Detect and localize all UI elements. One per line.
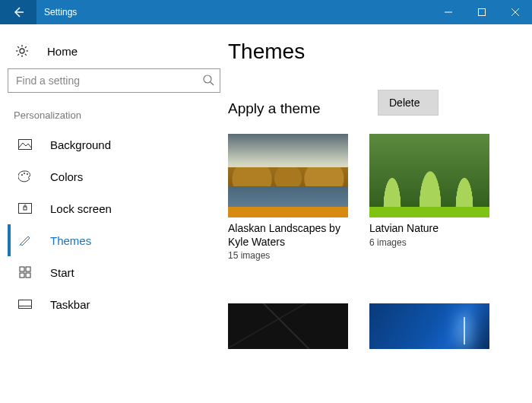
svg-rect-14 xyxy=(19,306,32,309)
svg-rect-8 xyxy=(24,207,27,210)
search-input[interactable] xyxy=(8,68,220,93)
gear-icon xyxy=(14,44,30,58)
sidebar-item-taskbar[interactable]: Taskbar xyxy=(8,288,220,320)
lock-screen-icon xyxy=(17,203,33,214)
sidebar-item-colors[interactable]: Colors xyxy=(8,160,220,192)
accent-strip xyxy=(228,207,348,217)
theme-card[interactable]: Alaskan Landscapes by Kyle Waters 15 ima… xyxy=(228,134,348,261)
home-label: Home xyxy=(47,45,78,58)
svg-point-5 xyxy=(24,173,25,174)
theme-card[interactable]: Latvian Nature 6 images xyxy=(369,134,489,261)
theme-card[interactable] xyxy=(228,303,348,349)
theme-count: 15 images xyxy=(228,250,348,261)
svg-rect-12 xyxy=(26,273,30,278)
theme-thumbnail xyxy=(369,134,489,217)
theme-card[interactable] xyxy=(369,303,489,349)
minimize-button[interactable] xyxy=(432,0,465,24)
titlebar: Settings xyxy=(0,0,532,24)
back-button[interactable] xyxy=(0,0,36,24)
sidebar-item-start[interactable]: Start xyxy=(8,256,220,288)
svg-point-6 xyxy=(27,173,28,175)
maximize-button[interactable] xyxy=(465,0,499,24)
maximize-icon xyxy=(478,8,486,16)
main-panel: Themes Apply a theme Delete Alaskan Land… xyxy=(228,24,532,403)
sidebar-item-label: Colors xyxy=(50,170,83,183)
picture-icon xyxy=(17,139,33,150)
svg-point-2 xyxy=(204,75,211,83)
sidebar-item-label: Themes xyxy=(50,234,91,247)
theme-name: Alaskan Landscapes by Kyle Waters xyxy=(228,222,348,249)
svg-point-1 xyxy=(20,49,24,53)
svg-point-4 xyxy=(21,174,23,176)
theme-thumbnail xyxy=(228,134,348,217)
context-menu: Delete xyxy=(378,90,439,116)
sidebar-item-lock-screen[interactable]: Lock screen xyxy=(8,192,220,224)
sidebar-item-label: Background xyxy=(50,138,111,151)
page-title: Themes xyxy=(228,40,532,64)
svg-rect-10 xyxy=(26,267,30,271)
sidebar: Home Personalization Background Colors xyxy=(0,24,228,403)
paint-icon xyxy=(17,234,33,246)
search-icon xyxy=(202,74,214,89)
svg-rect-13 xyxy=(19,300,32,309)
sidebar-item-background[interactable]: Background xyxy=(8,129,220,160)
theme-thumbnail xyxy=(228,303,348,349)
window-title: Settings xyxy=(36,7,432,17)
svg-rect-11 xyxy=(20,273,24,278)
close-button[interactable] xyxy=(499,0,532,24)
minimize-icon xyxy=(445,8,452,16)
svg-rect-3 xyxy=(19,140,32,150)
section-header: Personalization xyxy=(8,109,220,129)
taskbar-icon xyxy=(17,300,33,309)
accent-strip xyxy=(369,207,489,217)
context-menu-delete[interactable]: Delete xyxy=(378,90,438,115)
home-button[interactable]: Home xyxy=(8,38,220,68)
sidebar-item-label: Lock screen xyxy=(50,202,112,215)
arrow-left-icon xyxy=(11,5,25,19)
theme-count: 6 images xyxy=(369,237,489,248)
sidebar-item-themes[interactable]: Themes xyxy=(8,224,220,256)
theme-name: Latvian Nature xyxy=(369,222,489,236)
svg-rect-9 xyxy=(20,267,24,271)
palette-icon xyxy=(17,170,33,182)
sidebar-item-label: Start xyxy=(50,266,74,279)
start-icon xyxy=(17,266,33,278)
svg-rect-0 xyxy=(479,9,486,16)
sidebar-item-label: Taskbar xyxy=(50,298,90,311)
theme-thumbnail xyxy=(369,303,489,349)
close-icon xyxy=(511,8,519,16)
